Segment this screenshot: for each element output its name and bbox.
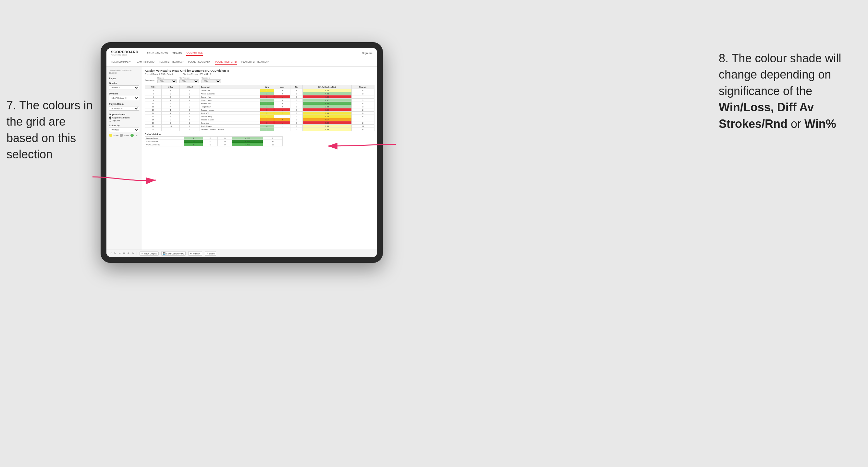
td-diff: 9.267 — [232, 140, 263, 143]
opponent-filter-select[interactable]: (All) — [202, 79, 221, 83]
player-rank-label: Player (Rank) — [109, 103, 139, 105]
bottom-toolbar: ↺ ↻ ↩ ⧉ ⊕ ⟳ 👁 View: Original 💾 Save Cust… — [106, 250, 377, 257]
radio-opponents-played[interactable]: Opponents Played — [109, 117, 139, 119]
td-rounds: 10 — [263, 143, 282, 146]
table-row: 16 2 1 Jessica Mason 1 2 0 -0.94 — [145, 118, 374, 121]
td-diff: 1.33 — [303, 128, 351, 131]
nav-items: TOURNAMENTS TEAMS COMMITTEE — [147, 50, 354, 56]
td-div: 13 — [145, 108, 162, 112]
sign-out-link[interactable]: Sign out — [362, 51, 373, 56]
td-diff: 0.38 — [303, 112, 351, 115]
td-rounds: 3 — [351, 92, 374, 95]
th-diff: Diff Av Strokes/Rnd — [303, 85, 351, 89]
td-diff: 4.00 — [303, 92, 351, 95]
nav-committee[interactable]: COMMITTEE — [186, 50, 203, 56]
td-div: 14 — [145, 112, 162, 115]
nav-teams[interactable]: TEAMS — [172, 51, 182, 56]
td-reg: 10 — [162, 125, 180, 128]
td-opponent: Jessica Mason — [199, 118, 260, 121]
td-div: 20 — [145, 128, 162, 131]
td-tie: 0 — [290, 92, 303, 95]
td-loss: 2 — [274, 112, 290, 115]
table-row: 3 1 1 Esther Lee 1 0 1 1.50 4 — [145, 89, 374, 92]
watch-btn[interactable]: 👁 Watch ▾ — [188, 251, 202, 256]
copy-icon[interactable]: ⧉ — [123, 252, 125, 255]
td-conf: 2 — [180, 121, 200, 125]
td-win: 2 — [260, 102, 274, 105]
radio-top100[interactable]: Top 100 — [109, 119, 139, 122]
colour-label-down: Down — [114, 134, 118, 136]
colour-dot-level — [120, 134, 123, 137]
td-loss: 0 — [274, 102, 290, 105]
right-annotation-bold2: Win% — [804, 117, 836, 130]
td-rounds: 4 — [351, 89, 374, 92]
radio-dot-1 — [109, 117, 111, 119]
division-select[interactable]: NCAA Division III — [109, 96, 139, 100]
sub-nav-player-h2h-grid[interactable]: PLAYER H2H GRID — [215, 60, 237, 65]
share-label: Share — [209, 252, 215, 255]
td-diff: 1.25 — [303, 115, 351, 118]
undo-icon[interactable]: ↺ — [110, 252, 112, 255]
opponent-view-label: Opponent view — [109, 113, 139, 116]
td-rounds: 3 — [351, 99, 374, 102]
back-icon[interactable]: ↩ — [119, 252, 121, 255]
save-custom-btn[interactable]: 💾 Save Custom View — [161, 251, 186, 256]
td-opponent: Esther Lee — [199, 89, 260, 92]
refresh-icon[interactable]: ⟳ — [132, 252, 134, 255]
redo-icon[interactable]: ↻ — [114, 252, 116, 255]
table-row: 11 4 2 Heejo Hyun 1 0 0 3.33 3 — [145, 105, 374, 108]
th-reg: # Reg — [162, 85, 180, 89]
td-rounds: 11 — [351, 125, 374, 128]
td-rounds: 30 — [263, 140, 282, 143]
sub-nav-player-h2h-heatmap[interactable]: PLAYER H2H HEATMAP — [241, 60, 269, 65]
td-tie: 0 — [290, 108, 303, 112]
sub-nav-team-h2h-grid[interactable]: TEAM H2H GRID — [135, 60, 154, 65]
td-tie: 0 — [218, 143, 232, 146]
td-loss: 2 — [274, 118, 290, 121]
region-filter-select[interactable]: (All) — [157, 79, 177, 83]
td-win: 1 — [184, 136, 203, 140]
td-label: Foreign Team — [145, 136, 184, 140]
player-rank-select[interactable]: 8. Katelyn Vo — [109, 106, 139, 111]
division-label: Division — [109, 93, 139, 95]
share-btn[interactable]: ↗ Share — [205, 251, 216, 256]
sub-nav-player-summary[interactable]: PLAYER SUMMARY — [188, 60, 211, 65]
right-annotation: 8. The colour shade will change dependin… — [719, 50, 858, 132]
logo-sub: Powered by clippd — [111, 54, 138, 56]
nav-tournaments[interactable]: TOURNAMENTS — [147, 51, 168, 56]
td-label: NCAA Division 2 — [145, 143, 184, 146]
view-original-btn[interactable]: 👁 View: Original — [140, 251, 159, 256]
td-loss: 0 — [274, 89, 290, 92]
td-tie: 0 — [290, 99, 303, 102]
opponent-filter: Opponent (All) — [202, 77, 221, 83]
gender-select[interactable]: Women's — [109, 85, 139, 90]
td-win: 1 — [260, 89, 274, 92]
table-header-row: # Div # Reg # Conf Opponent Win Loss Tie… — [145, 85, 374, 89]
td-conf: 3 — [180, 95, 200, 99]
content-records: Overall Record: 353 - 34 - 6 Division Re… — [145, 73, 374, 75]
td-rounds: 9 — [351, 112, 374, 115]
paste-icon[interactable]: ⊕ — [127, 252, 129, 255]
td-conf: 7 — [180, 128, 200, 131]
td-diff: 3.67 — [303, 99, 351, 102]
td-div: 19 — [145, 125, 162, 128]
view-original-label: View: Original — [144, 252, 157, 255]
content-area: Katelyn Vo Head-to-Head Grid for Women's… — [142, 66, 377, 250]
sub-nav-team-summary[interactable]: TEAM SUMMARY — [111, 60, 131, 65]
td-tie: 1 — [290, 89, 303, 92]
colour-label-up: Up — [135, 134, 137, 136]
td-tie: 0 — [290, 125, 303, 128]
td-win: 1 — [260, 105, 274, 108]
td-reg: 3 — [162, 95, 180, 99]
table-row: 19 10 6 Emily Chang 4 1 0 0.30 11 — [145, 125, 374, 128]
td-opponent: Stella Cheng — [199, 115, 260, 118]
out-of-division-header: Out of division — [145, 133, 374, 135]
td-loss: 0 — [203, 143, 218, 146]
colour-by-select[interactable]: Win/loss — [109, 128, 139, 132]
td-win: 2 — [260, 112, 274, 115]
sidebar-division-section: Division NCAA Division III — [109, 93, 139, 100]
td-win: 2 — [260, 128, 274, 131]
conference-filter-select[interactable]: (All) — [180, 79, 199, 83]
sub-nav-team-h2h-heatmap[interactable]: TEAM H2H HEATMAP — [159, 60, 184, 65]
sidebar-player-section: Player — [109, 77, 139, 80]
